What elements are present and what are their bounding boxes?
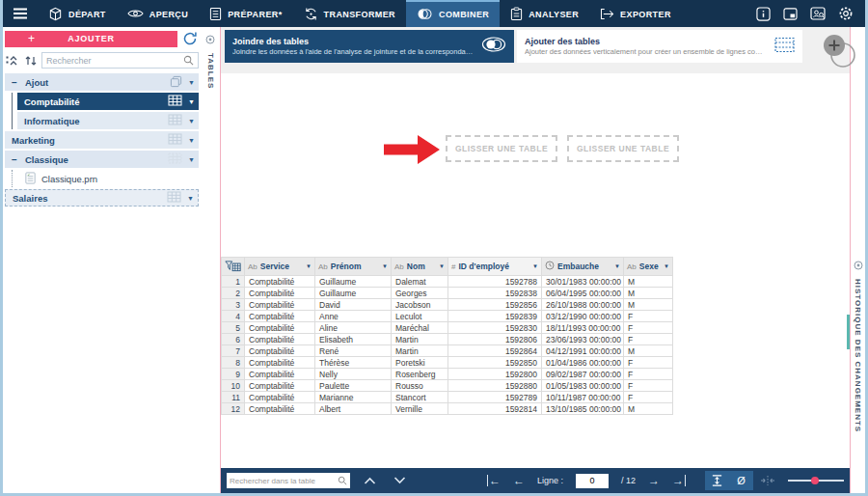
refresh-icon[interactable]: [181, 30, 199, 47]
table-row[interactable]: 9 Comptabilité Nelly Rosenberg 1592800 0…: [222, 369, 673, 380]
show-null-toggle[interactable]: Ø: [729, 471, 753, 490]
chevron-down-icon[interactable]: ▼: [188, 137, 195, 144]
next-row-icon[interactable]: →: [648, 475, 660, 486]
cell-service: Comptabilité: [245, 392, 315, 403]
last-row-icon[interactable]: →: [672, 475, 686, 486]
table-grid-icon[interactable]: [167, 191, 181, 205]
tab-analyser[interactable]: ANALYSER: [500, 0, 589, 27]
tab-depart[interactable]: DÉPART: [38, 0, 117, 27]
zoom-slider-handle[interactable]: [811, 477, 819, 484]
info-icon[interactable]: [756, 7, 771, 21]
chevron-down-icon[interactable]: ▼: [532, 263, 538, 269]
sidebar-search-input[interactable]: [46, 56, 183, 66]
history-strip-label[interactable]: HISTORIQUE DES CHANGEMENTS: [854, 279, 862, 432]
grid-corner-cell[interactable]: [222, 258, 245, 276]
table-row[interactable]: 11 Comptabilité Marianne Stancort 159278…: [222, 392, 673, 403]
zoom-slider[interactable]: [788, 476, 844, 485]
table-row[interactable]: 10 Comptabilité Paulette Rousso 1592880 …: [222, 380, 673, 392]
table-row[interactable]: 8 Comptabilité Thérèse Poretski 1592850 …: [222, 357, 673, 369]
column-header-service[interactable]: Ab Service ▼: [245, 258, 315, 276]
join-tables-card[interactable]: Joindre des tables Joindre les données à…: [225, 30, 514, 63]
table-row[interactable]: 1 Comptabilité Guillaume Dalemat 1592788…: [222, 276, 673, 288]
cell-prenom: Albert: [315, 403, 392, 415]
column-header-nom[interactable]: Ab Nom ▼: [392, 258, 448, 276]
settings-gear-icon[interactable]: [838, 6, 854, 21]
append-tables-card[interactable]: Ajouter des tables Ajouter des données v…: [517, 30, 802, 63]
tab-transformer[interactable]: TRANSFORMER: [293, 0, 406, 27]
cell-id: 1592788: [448, 276, 542, 288]
table-search-input[interactable]: [230, 477, 338, 485]
tree-group-classique[interactable]: − Classique ▼: [5, 151, 199, 168]
table-row[interactable]: 6 Comptabilité Elisabeth Martin 1592806 …: [222, 334, 673, 345]
fit-columns-icon[interactable]: [760, 475, 775, 486]
table-row[interactable]: 12 Comptabilité Albert Vernille 1592814 …: [222, 403, 673, 415]
tree-item-informatique[interactable]: Informatique ▼: [17, 112, 199, 129]
chevron-down-icon[interactable]: ▼: [306, 263, 312, 269]
tree-item-classique-prn[interactable]: Classique.prn: [17, 170, 199, 187]
chevron-down-icon[interactable]: ▼: [382, 263, 388, 269]
cell-id: 1592789: [448, 392, 542, 403]
table-row[interactable]: 2 Comptabilité Guillaume Georges 1592838…: [222, 288, 673, 299]
collapse-minus-icon[interactable]: −: [12, 77, 20, 88]
chevron-down-icon[interactable]: ▼: [188, 118, 195, 124]
window-save-icon[interactable]: [783, 8, 798, 20]
row-height-toggle[interactable]: [705, 471, 729, 490]
cell-nom: Poretski: [392, 357, 448, 369]
line-number-input[interactable]: [576, 474, 609, 488]
collapse-all-icon[interactable]: [5, 53, 20, 69]
first-row-icon[interactable]: ←: [487, 475, 501, 486]
cell-embauche: 03/12/1990 00:00:00: [542, 311, 624, 322]
chevron-down-icon[interactable]: ▼: [188, 79, 195, 86]
pin-icon[interactable]: [854, 257, 863, 274]
chevron-down-icon[interactable]: ▼: [614, 263, 620, 269]
document-icon: [209, 7, 222, 23]
table-row[interactable]: 4 Comptabilité Anne Leculot 1592839 03/1…: [222, 311, 673, 322]
drop-zone-right[interactable]: GLISSER UNE TABLE: [567, 135, 679, 162]
sort-order-icon[interactable]: [23, 53, 39, 69]
column-header-embauche[interactable]: Embauche ▼: [542, 258, 624, 276]
table-row[interactable]: 5 Comptabilité Aline Maréchal 1592830 18…: [222, 322, 673, 334]
help-book-icon[interactable]: [810, 7, 826, 20]
chevron-down-icon[interactable]: ▼: [187, 195, 194, 202]
pin-icon[interactable]: [205, 31, 215, 48]
add-table-button[interactable]: + AJOUTER: [5, 31, 177, 47]
find-next-icon[interactable]: [393, 477, 406, 484]
cell-embauche: 26/10/1988 00:00:00: [542, 299, 624, 311]
copy-icon[interactable]: [170, 75, 182, 90]
column-header-sexe[interactable]: Ab Sexe ▼: [624, 258, 673, 276]
data-grid: Ab Service ▼ Ab Prénom ▼ Ab Nom ▼: [221, 257, 673, 415]
cell-sexe: M: [624, 403, 673, 415]
chevron-down-icon[interactable]: ▼: [188, 156, 195, 163]
tables-strip-label[interactable]: TABLES: [206, 53, 215, 89]
tree-item-comptabilite[interactable]: Comptabilité ▼: [17, 93, 199, 110]
row-number: 8: [222, 357, 245, 369]
drop-zone-left[interactable]: GLISSER UNE TABLE: [446, 135, 557, 162]
tab-combiner[interactable]: COMBINER: [406, 0, 500, 27]
column-header-prenom[interactable]: Ab Prénom ▼: [315, 258, 392, 276]
cell-prenom: Marianne: [315, 392, 392, 403]
chevron-down-icon[interactable]: ▼: [439, 263, 445, 269]
tab-preparer[interactable]: PRÉPARER*: [199, 0, 292, 27]
hamburger-menu-icon[interactable]: [3, 0, 38, 27]
chevron-down-icon[interactable]: ▼: [188, 98, 195, 105]
vertical-scrollbar-thumb[interactable]: [847, 315, 850, 349]
cell-prenom: René: [315, 345, 392, 357]
table-grid-icon[interactable]: [168, 152, 182, 166]
search-icon: [338, 472, 347, 489]
table-row[interactable]: 3 Comptabilité David Jacobson 1592856 26…: [222, 299, 673, 311]
tree-group-ajout[interactable]: − Ajout ▼: [5, 73, 199, 91]
table-grid-icon[interactable]: [168, 114, 182, 127]
table-grid-icon[interactable]: [168, 95, 182, 108]
tab-apercu[interactable]: APERÇU: [117, 0, 199, 27]
collapse-minus-icon[interactable]: −: [12, 154, 20, 165]
tree-item-salaires[interactable]: Salaires ▼: [5, 189, 199, 207]
table-row[interactable]: 7 Comptabilité René Martin 1592864 04/12…: [222, 345, 673, 357]
chevron-down-icon[interactable]: ▼: [664, 263, 669, 269]
find-previous-icon[interactable]: [364, 477, 376, 484]
add-join-icon[interactable]: [819, 31, 857, 73]
table-grid-icon[interactable]: [168, 133, 182, 147]
tab-exporter[interactable]: EXPORTER: [589, 0, 682, 27]
column-header-id-employe[interactable]: # ID d'employé ▼: [448, 258, 542, 276]
tree-item-marketing[interactable]: Marketing ▼: [5, 131, 199, 149]
previous-row-icon[interactable]: ←: [513, 475, 525, 486]
